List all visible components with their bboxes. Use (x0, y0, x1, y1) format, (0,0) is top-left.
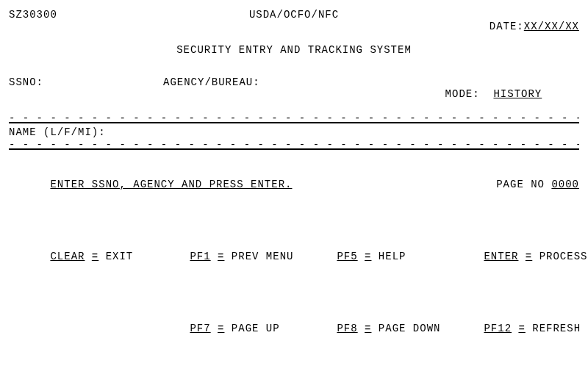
mode-label: MODE: (445, 88, 480, 100)
eq-text: = (365, 251, 371, 262)
mode-value[interactable]: HISTORY (493, 88, 542, 100)
footer: ENTER SSNO, AGENCY AND PRESS ENTER. PAGE… (9, 130, 579, 370)
fields-row: SSNO: AGENCY/BUREAU: MODE: HISTORY (9, 76, 579, 112)
key-pf1[interactable]: PF1 = PREV MENU (148, 239, 295, 274)
agency-label: AGENCY/BUREAU: (163, 76, 417, 112)
footer-keys-row-2: PF7 = PAGE UP PF8 = PAGE DOWN PF12 = REF… (9, 311, 579, 346)
key-pf1-action: PREV MENU (232, 251, 294, 262)
eq-text: = (92, 251, 98, 262)
eq-text: = (526, 251, 532, 262)
key-pf12-label: PF12 (484, 323, 512, 334)
key-pf7-label: PF7 (190, 323, 210, 334)
eq-text: = (518, 323, 525, 334)
key-pf7[interactable]: PF7 = PAGE UP (148, 311, 295, 346)
mode-group: MODE: HISTORY (417, 76, 579, 112)
key-pf12[interactable]: PF12 = REFRESH (442, 311, 581, 346)
key-clear-action: EXIT (106, 251, 134, 262)
key-pf12-action: REFRESH (532, 323, 581, 334)
key-pf5[interactable]: PF5 = HELP (295, 239, 442, 274)
key-clear[interactable]: CLEAR = EXIT (9, 239, 148, 274)
eq-text: = (365, 323, 371, 334)
key-pf8-label: PF8 (337, 323, 357, 334)
org-label: USDA/OCFO/NFC (141, 9, 447, 21)
footer-keys-row-1: CLEAR = EXIT PF1 = PREV MENU PF5 = HELP … (9, 239, 579, 274)
key-pf8-action: PAGE DOWN (379, 323, 441, 334)
date-label: DATE: (490, 21, 524, 32)
key-enter-label: ENTER (484, 251, 518, 262)
key-pf1-label: PF1 (190, 251, 210, 262)
date-value: XX/XX/XX (524, 21, 579, 32)
ssno-label: SSNO: (9, 76, 163, 112)
blank-cell (9, 311, 148, 323)
key-enter[interactable]: ENTER = PROCESS (442, 239, 587, 274)
page-no-value: 0000 (551, 179, 579, 190)
screen-id: SZ30300 (9, 9, 141, 21)
key-pf8[interactable]: PF8 = PAGE DOWN (295, 311, 442, 346)
separator-1: - - - - - - - - - - - - - - - - - - - - … (9, 113, 579, 123)
prompt-text: ENTER SSNO, AGENCY AND PRESS ENTER. (50, 179, 292, 190)
key-clear-label: CLEAR (50, 251, 85, 262)
eq-text: = (218, 251, 224, 262)
key-pf7-action: PAGE UP (232, 323, 280, 334)
app-title: SECURITY ENTRY AND TRACKING SYSTEM (9, 44, 579, 56)
key-enter-action: PROCESS (539, 251, 588, 262)
footer-prompt-row: ENTER SSNO, AGENCY AND PRESS ENTER. PAGE… (9, 167, 579, 202)
date-group: DATE:XX/XX/XX (447, 9, 579, 44)
key-pf5-label: PF5 (337, 251, 357, 262)
header-row-1: SZ30300 USDA/OCFO/NFC DATE:XX/XX/XX (9, 9, 579, 44)
page-no-label: PAGE NO (496, 179, 545, 190)
eq-text: = (218, 323, 224, 334)
key-pf5-action: HELP (379, 251, 406, 262)
